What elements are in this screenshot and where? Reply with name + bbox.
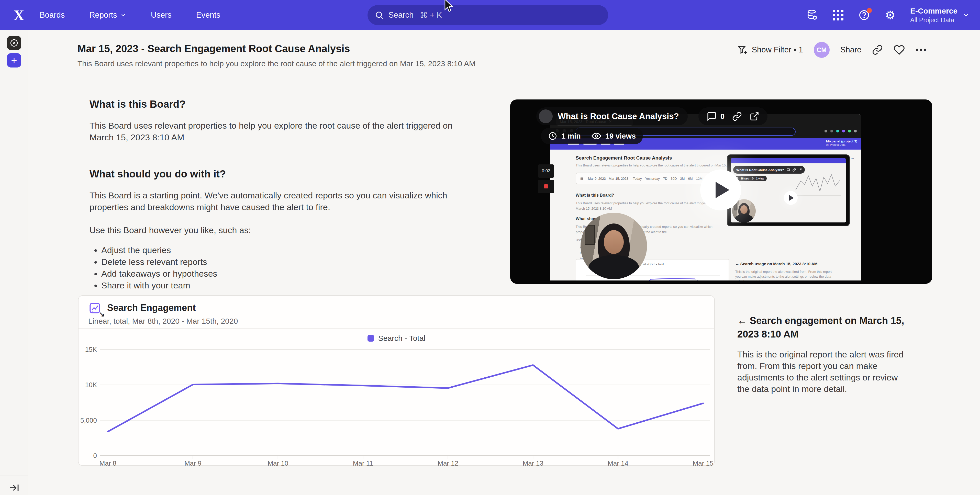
copy-link-button[interactable] xyxy=(872,45,883,55)
svg-text:15K: 15K xyxy=(85,346,97,353)
avatar[interactable]: CM xyxy=(814,42,830,58)
pip-title-pill: What is Root Cause Analysis? xyxy=(733,166,805,173)
nav-right-cluster: ⚙ E-Commerce All Project Data xyxy=(806,0,970,30)
data-management-icon[interactable] xyxy=(806,9,818,21)
report-card-header: ↘ Search Engagement Linear, total, Mar 8… xyxy=(78,296,714,329)
svg-text:Mar 11: Mar 11 xyxy=(353,460,373,467)
insights-report-icon: ↘ xyxy=(89,302,102,315)
comment-count: 0 xyxy=(721,112,724,121)
chart-legend: Search - Total xyxy=(78,332,714,344)
mini-heading: What is this Board? xyxy=(576,193,614,197)
compass-icon xyxy=(10,38,18,47)
search-input[interactable]: Search ⌘ + K xyxy=(368,5,608,25)
mouse-cursor xyxy=(442,0,454,12)
svg-text:Mar 14: Mar 14 xyxy=(608,460,628,467)
expand-right-icon xyxy=(8,482,20,493)
link-icon xyxy=(872,45,883,55)
page-subtitle: This Board uses relevant properties to h… xyxy=(78,59,476,68)
section-paragraph: This Board uses relevant properties to h… xyxy=(89,119,476,143)
pip-play-button[interactable] xyxy=(784,191,798,205)
report-subtitle: Linear, total, Mar 8th, 2020 - Mar 15th,… xyxy=(88,317,238,325)
list-item: Share it with your team xyxy=(101,280,476,291)
report-card-search-engagement[interactable]: ↘ Search Engagement Linear, total, Mar 8… xyxy=(78,295,715,466)
pip-mini-nav xyxy=(731,158,846,163)
section-heading: What is this Board? xyxy=(89,99,476,110)
comment-icon[interactable] xyxy=(706,111,717,121)
video-player[interactable]: Mar 15, 2023 - Root Cause✕ Mixpanel (pro… xyxy=(510,99,932,284)
nav-item-boards[interactable]: Boards xyxy=(40,11,65,20)
svg-text:Mar 13: Mar 13 xyxy=(523,460,543,467)
help-icon[interactable] xyxy=(858,9,870,21)
favorite-button[interactable] xyxy=(894,44,905,56)
search-icon xyxy=(375,11,384,20)
mini-project-name: Mixpanel (project 3) xyxy=(826,139,857,143)
annotation-heading: ← Search engagement on March 15, 2023 8:… xyxy=(737,314,906,341)
left-sidebar: + xyxy=(0,30,28,495)
video-play-button[interactable] xyxy=(700,170,741,210)
search-placeholder: Search xyxy=(388,11,414,20)
svg-text:0: 0 xyxy=(93,452,97,460)
sidebar-divider xyxy=(0,476,28,476)
notification-badge xyxy=(867,8,872,13)
page-title: Mar 15, 2023 - Search Engagement Root Ca… xyxy=(78,43,350,54)
svg-text:Mar 12: Mar 12 xyxy=(438,460,458,467)
project-switcher[interactable]: E-Commerce All Project Data xyxy=(910,6,970,24)
chevron-down-icon xyxy=(962,11,970,19)
svg-text:10K: 10K xyxy=(85,381,97,388)
mini-board-title: Search Engagement Root Cause Analysis xyxy=(576,155,672,161)
top-nav: X Boards Reports Users Events Search ⌘ +… xyxy=(0,0,980,30)
svg-text:Mar 9: Mar 9 xyxy=(185,460,201,467)
create-new-button[interactable]: + xyxy=(7,53,21,67)
section-paragraph: Use this Board however you like, such as… xyxy=(89,224,476,236)
video-action-pill: 0 xyxy=(698,107,767,125)
svg-text:Mar 8: Mar 8 xyxy=(99,460,116,467)
open-external-icon[interactable] xyxy=(749,111,759,121)
apps-grid-icon[interactable] xyxy=(832,9,844,21)
project-name: E-Commerce xyxy=(910,6,958,15)
nav-item-reports[interactable]: Reports xyxy=(89,11,126,20)
mixpanel-logo[interactable]: X xyxy=(9,0,29,30)
alert-annotation: ← Search engagement on March 15, 2023 8:… xyxy=(737,314,906,395)
pip-views: 1 view xyxy=(756,177,764,180)
annotation-body: This is the original report the alert wa… xyxy=(737,349,906,395)
video-title: What is Root Cause Analysis? xyxy=(558,111,679,121)
settings-gear-icon[interactable]: ⚙ xyxy=(884,9,896,21)
mini-note-heading: ← Search usage on March 15, 2023 8:10 AM xyxy=(735,261,845,266)
video-pip-preview: What is Root Cause Analysis? 18 sec 1 vi… xyxy=(727,154,850,226)
svg-text:5,000: 5,000 xyxy=(80,417,97,424)
play-icon xyxy=(789,195,794,201)
video-meta-pill: 1 min 19 views xyxy=(541,128,643,144)
nav-item-users[interactable]: Users xyxy=(151,11,172,20)
show-filter-button[interactable]: Show Filter • 1 xyxy=(737,44,803,56)
recording-timer: 0:02 xyxy=(538,164,554,178)
nav-item-label: Users xyxy=(151,11,172,20)
filter-funnel-icon xyxy=(737,44,748,56)
section-paragraph: This Board is a starting point. We've au… xyxy=(89,189,476,213)
list-item: Delete less relevant reports xyxy=(101,256,476,268)
calendar-icon: ▦ xyxy=(580,177,583,180)
project-scope: All Project Data xyxy=(910,16,958,24)
pip-video-title: What is Root Cause Analysis? xyxy=(736,168,784,172)
primary-nav: Boards Reports Users Events xyxy=(40,0,220,30)
legend-label: Search - Total xyxy=(378,334,426,342)
nav-item-events[interactable]: Events xyxy=(196,11,220,20)
presenter-avatar xyxy=(539,110,553,123)
eye-icon xyxy=(751,177,754,180)
share-button[interactable]: Share xyxy=(840,45,862,54)
discover-boards-button[interactable] xyxy=(7,36,21,50)
search-shortcut: ⌘ + K xyxy=(420,11,442,20)
browser-extensions xyxy=(824,130,857,132)
nav-item-label: Reports xyxy=(89,11,117,20)
expand-sidebar-button[interactable] xyxy=(8,482,20,493)
recording-stop-button xyxy=(538,180,554,193)
play-icon xyxy=(716,182,729,198)
link-icon[interactable] xyxy=(732,111,742,121)
legend-swatch xyxy=(368,335,374,342)
list-item: Add takeaways or hypotheses xyxy=(101,268,476,280)
list-item: Adjust the queries xyxy=(101,244,476,256)
chevron-down-icon xyxy=(120,12,126,18)
pip-mini-chart xyxy=(794,167,843,200)
clock-icon xyxy=(548,131,557,141)
more-options-button[interactable]: ••• xyxy=(916,46,928,54)
comment-icon xyxy=(787,168,790,172)
